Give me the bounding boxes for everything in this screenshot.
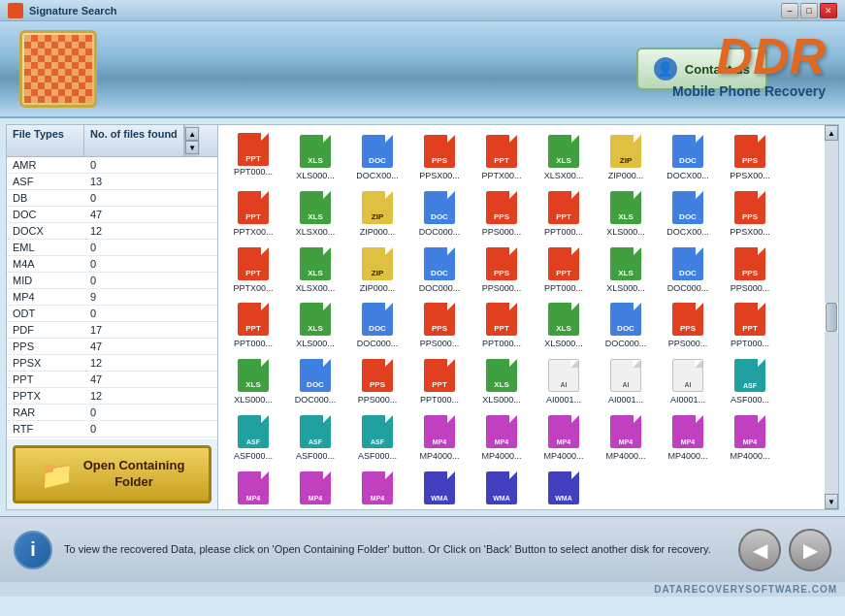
list-item[interactable]: ASFASF000... (224, 411, 282, 464)
list-item[interactable]: WMAWMA000... (535, 468, 593, 509)
list-item[interactable]: DOCDOCX00... (659, 131, 717, 183)
table-row[interactable]: RAR0 (7, 405, 217, 421)
list-item[interactable]: PPSPPSX00... (721, 187, 779, 240)
list-item[interactable]: PPTPPT000... (224, 131, 282, 183)
list-item[interactable]: DOCDOC000... (410, 187, 469, 240)
list-item[interactable]: PPTPPT000... (721, 299, 779, 351)
logo-box (19, 30, 97, 108)
list-item[interactable]: ASFASF000... (348, 411, 406, 464)
list-item[interactable]: ASFASF000... (721, 355, 779, 407)
list-item[interactable]: PPSPPSX00... (410, 131, 469, 183)
list-item[interactable]: XLSXLS000... (597, 243, 655, 296)
list-item[interactable]: XLSXLSX00... (286, 243, 344, 296)
table-row[interactable]: ASF13 (7, 174, 217, 190)
grid-scroll-up[interactable]: ▲ (825, 125, 838, 141)
list-item[interactable]: PPSPPSX00... (721, 131, 779, 183)
list-item[interactable]: PPTPPT000... (410, 355, 469, 407)
list-item[interactable]: ZIPZIP000... (348, 243, 406, 296)
list-item[interactable]: PPTPPTX00... (472, 131, 531, 183)
table-row[interactable]: DOC47 (7, 207, 217, 223)
list-item[interactable]: PPTPPTX00... (224, 187, 282, 240)
close-button[interactable]: ✕ (820, 3, 837, 18)
table-row[interactable]: PPS47 (7, 339, 217, 355)
list-item[interactable]: DOCDOC000... (659, 243, 717, 296)
table-row[interactable]: M4A0 (7, 256, 217, 273)
list-item[interactable]: PPTPPT000... (535, 243, 593, 296)
minimize-button[interactable]: – (781, 3, 798, 18)
table-row[interactable]: PDF17 (7, 322, 217, 339)
list-item[interactable]: MP4MP4000... (472, 411, 531, 464)
table-row[interactable]: RTF0 (7, 421, 217, 438)
table-row[interactable]: TGZ0 (7, 438, 217, 439)
list-item[interactable]: WMAWMA000... (472, 468, 531, 509)
list-item[interactable]: DOCDOC000... (286, 355, 344, 407)
list-item[interactable]: XLSXLSX00... (286, 187, 344, 240)
list-item[interactable]: PPTPPT000... (472, 299, 531, 351)
list-item[interactable]: MP4MP4000... (224, 468, 282, 509)
list-item[interactable]: MP4MP4000... (597, 411, 655, 464)
list-item[interactable]: DOCDOC000... (597, 299, 655, 351)
list-item[interactable]: DOCDOC000... (348, 299, 406, 351)
table-row[interactable]: AMR0 (7, 157, 217, 174)
list-item[interactable]: PPSPPS000... (472, 243, 531, 296)
table-row[interactable]: MID0 (7, 273, 217, 289)
table-row[interactable]: EML0 (7, 240, 217, 256)
list-item[interactable]: PPSPPS000... (348, 355, 406, 407)
info-icon: i (14, 531, 52, 569)
list-item[interactable]: XLSXLS000... (472, 355, 531, 407)
list-item[interactable]: XLSXLS000... (286, 131, 344, 183)
list-item[interactable]: XLSXLS000... (224, 355, 282, 407)
table-row[interactable]: ODT0 (7, 306, 217, 322)
list-item[interactable]: MP4MP4000... (286, 468, 344, 509)
list-item[interactable]: WMAWMA000... (410, 468, 469, 509)
list-item[interactable]: DOCDOCX00... (659, 187, 717, 240)
maximize-button[interactable]: □ (800, 3, 818, 18)
list-item[interactable]: MP4MP4000... (348, 468, 406, 509)
list-item[interactable]: DOCDOCX00... (348, 131, 406, 183)
table-row[interactable]: PPT47 (7, 372, 217, 388)
watermark: DATARECOVERYSOFTWARE.COM (0, 582, 845, 597)
list-item[interactable]: AIAI0001... (659, 355, 717, 407)
list-item[interactable]: PPSPPS000... (721, 243, 779, 296)
list-item[interactable]: MP4MP4000... (535, 411, 593, 464)
header: 👤 Contact us DDR Mobile Phone Recovery (0, 21, 845, 118)
scroll-down-arrow[interactable]: ▼ (185, 141, 199, 154)
list-item[interactable]: PPSPPS000... (659, 299, 717, 351)
files-grid: PPTPPT000... XLSXLS000... DOCDOCX00... P… (224, 131, 832, 509)
logo-checker-icon (24, 35, 92, 103)
list-item[interactable]: XLSXLS000... (597, 187, 655, 240)
back-button[interactable]: ◀ (738, 529, 781, 571)
list-item[interactable]: PPTPPT000... (224, 299, 282, 351)
list-item[interactable]: AIAI0001... (597, 355, 655, 407)
list-item[interactable]: MP4MP4000... (721, 411, 779, 464)
table-row[interactable]: PPSX12 (7, 355, 217, 372)
list-item[interactable]: XLSXLS000... (535, 299, 593, 351)
ddr-subtitle: Mobile Phone Recovery (672, 83, 826, 99)
list-item[interactable]: MP4MP4000... (410, 411, 469, 464)
list-item[interactable]: ZIPZIP000... (597, 131, 655, 183)
window-controls[interactable]: – □ ✕ (781, 3, 837, 18)
list-item[interactable]: MP4MP4000... (659, 411, 717, 464)
list-item[interactable]: ZIPZIP000... (348, 187, 406, 240)
list-item[interactable]: PPTPPTX00... (224, 243, 282, 296)
list-item[interactable]: DOCDOC000... (410, 243, 469, 296)
list-item[interactable]: AIAI0001... (535, 355, 593, 407)
list-item[interactable]: PPTPPT000... (535, 187, 593, 240)
table-row[interactable]: MP49 (7, 289, 217, 306)
scroll-up-arrow[interactable]: ▲ (185, 127, 199, 141)
table-row[interactable]: DOCX12 (7, 223, 217, 240)
grid-scroll-down[interactable]: ▼ (825, 494, 838, 509)
list-item[interactable]: PPSPPS000... (410, 299, 469, 351)
forward-button[interactable]: ▶ (789, 529, 831, 571)
navigation-buttons[interactable]: ◀ ▶ (738, 529, 831, 571)
list-item[interactable]: ASFASF000... (286, 411, 344, 464)
ddr-text: DDR (672, 31, 826, 81)
list-item[interactable]: PPSPPS000... (472, 187, 531, 240)
table-row[interactable]: PPTX12 (7, 388, 217, 405)
list-item[interactable]: XLSXLS000... (286, 299, 344, 351)
left-panel: File Types No. of files found ▲ ▼ AMR0 A… (7, 125, 218, 509)
open-containing-folder-button[interactable]: 📁 Open ContainingFolder (13, 445, 211, 503)
table-row[interactable]: DB0 (7, 190, 217, 207)
file-table: File Types No. of files found ▲ ▼ AMR0 A… (7, 125, 217, 439)
list-item[interactable]: XLSXLSX00... (535, 131, 593, 183)
